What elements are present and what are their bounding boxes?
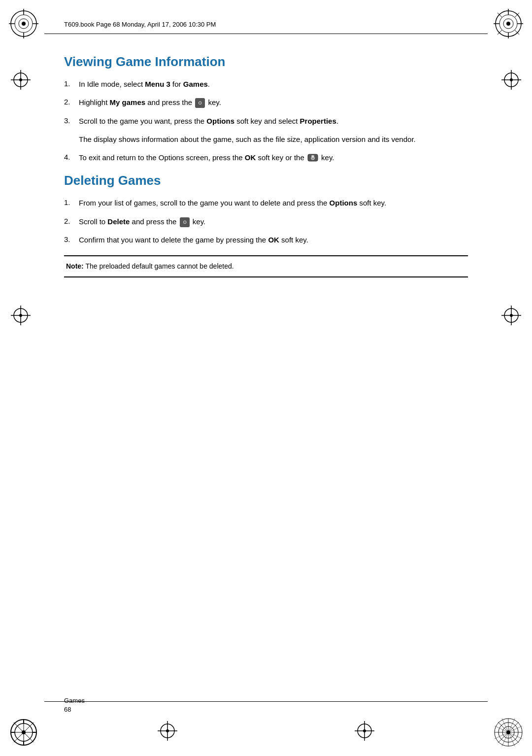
section1-steps: 1. In Idle mode, select Menu 3 for Games…	[64, 78, 468, 127]
note-label: Note:	[66, 262, 84, 270]
indent-note: The display shows information about the …	[79, 134, 468, 145]
svg-line-16	[498, 13, 502, 17]
ok-key-icon: ⊙	[180, 217, 190, 227]
step1-content: In Idle mode, select Menu 3 for Games.	[79, 78, 468, 90]
side-mark-bottom-left	[158, 721, 177, 742]
step-number: 4.	[64, 152, 79, 163]
list-item: 2. Scroll to Delete and press the ⊙ key.	[64, 216, 468, 227]
list-item: 1. In Idle mode, select Menu 3 for Games…	[64, 78, 468, 90]
note-box: Note: The preloaded default games cannot…	[64, 255, 468, 277]
step-number: 2.	[64, 97, 79, 108]
corner-mark-tr	[494, 9, 523, 38]
del-step3-content: Confirm that you want to delete the game…	[79, 234, 468, 245]
svg-line-19	[515, 30, 519, 34]
del-step1-content: From your list of games, scroll to the g…	[79, 197, 468, 208]
footer-section: Games	[64, 696, 85, 705]
step-number: 1.	[64, 197, 79, 208]
step-number: 3.	[64, 234, 79, 245]
del-step2-content: Scroll to Delete and press the ⊙ key.	[79, 216, 468, 227]
step-number: 2.	[64, 216, 79, 227]
side-mark-right-top	[501, 70, 521, 91]
list-item: 4. To exit and return to the Options scr…	[64, 152, 468, 163]
side-mark-bottom-right	[355, 721, 374, 742]
step-number: 1.	[64, 78, 79, 90]
corner-mark-tl	[9, 9, 38, 38]
side-mark-left-top	[11, 70, 31, 91]
section2-title: Deleting Games	[64, 173, 468, 188]
step4-content: To exit and return to the Options screen…	[79, 152, 468, 163]
header-text: T609.book Page 68 Monday, April 17, 2006…	[64, 21, 216, 28]
side-mark-right-mid	[501, 306, 521, 327]
list-item: 1. From your list of games, scroll to th…	[64, 197, 468, 208]
corner-mark-bl	[9, 718, 38, 747]
step2-content: Highlight My games and press the ⊙ key.	[79, 97, 468, 108]
list-item: 3. Scroll to the game you want, press th…	[64, 115, 468, 127]
end-key-icon	[307, 154, 318, 163]
step3-content: Scroll to the game you want, press the O…	[79, 115, 468, 127]
list-item: 2. Highlight My games and press the ⊙ ke…	[64, 97, 468, 108]
side-mark-left-mid	[11, 306, 31, 327]
list-item: 3. Confirm that you want to delete the g…	[64, 234, 468, 245]
footer: Games 68	[64, 696, 85, 714]
section2-steps: 1. From your list of games, scroll to th…	[64, 197, 468, 245]
bottom-rule	[44, 701, 488, 702]
svg-line-17	[515, 13, 519, 17]
footer-page: 68	[64, 705, 85, 714]
step-number: 3.	[64, 115, 79, 127]
svg-point-7	[22, 22, 26, 26]
section1-title: Viewing Game Information	[64, 54, 468, 69]
ok-key-icon: ⊙	[195, 98, 205, 108]
note-text: The preloaded default games cannot be de…	[85, 262, 233, 270]
content-area: Viewing Game Information 1. In Idle mode…	[64, 44, 468, 697]
svg-line-18	[498, 30, 502, 34]
svg-point-11	[506, 22, 510, 26]
header-rule	[44, 34, 488, 34]
corner-mark-br	[494, 718, 523, 747]
section1-step4: 4. To exit and return to the Options scr…	[64, 152, 468, 163]
page: T609.book Page 68 Monday, April 17, 2006…	[0, 0, 532, 756]
